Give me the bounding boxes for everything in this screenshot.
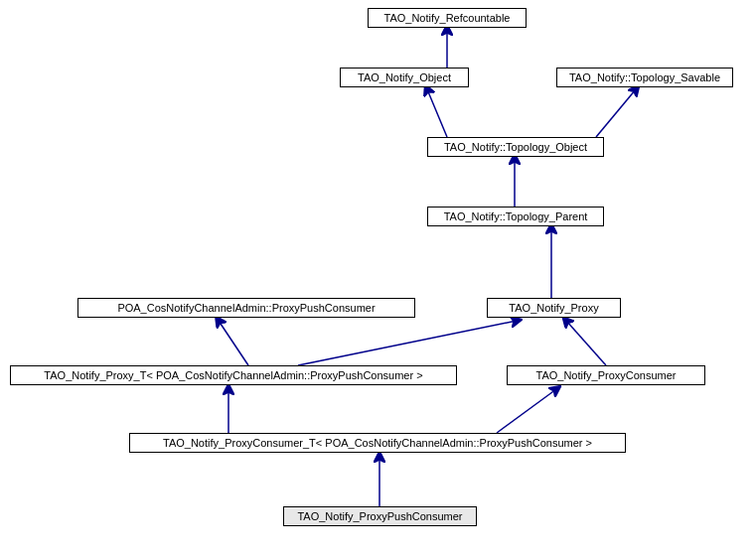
svg-line-8 [566,321,606,365]
node-notify-proxy-consumer-t: TAO_Notify_ProxyConsumer_T< POA_CosNotif… [129,433,626,453]
svg-line-7 [298,321,517,365]
node-object: TAO_Notify_Object [340,68,469,87]
node-topology-parent: TAO_Notify::Topology_Parent [427,207,604,226]
node-refcountable: TAO_Notify_Refcountable [368,8,527,28]
node-notify-proxy: TAO_Notify_Proxy [487,298,621,318]
svg-line-3 [596,89,636,137]
svg-line-10 [497,389,556,433]
node-topology-object: TAO_Notify::Topology_Object [427,137,604,157]
svg-line-6 [219,321,248,365]
node-notify-proxy-t: TAO_Notify_Proxy_T< POA_CosNotifyChannel… [10,365,457,385]
node-notify-proxy-push-consumer: TAO_Notify_ProxyPushConsumer [283,506,477,526]
diagram: TAO_Notify_Refcountable TAO_Notify_Objec… [0,0,756,556]
svg-line-2 [427,89,447,137]
node-poa-proxy-push-consumer: POA_CosNotifyChannelAdmin::ProxyPushCons… [77,298,415,318]
node-notify-proxy-consumer: TAO_Notify_ProxyConsumer [507,365,705,385]
node-topology-savable: TAO_Notify::Topology_Savable [556,68,733,87]
